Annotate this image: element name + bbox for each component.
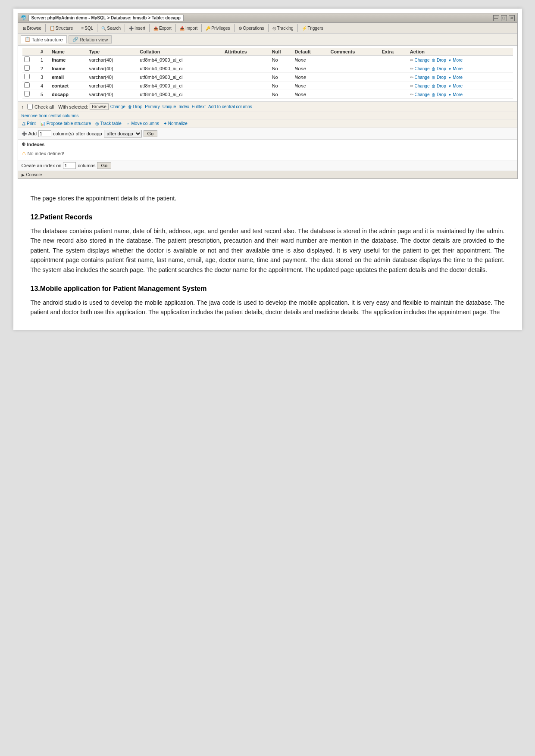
row-cb-0[interactable] xyxy=(24,56,30,62)
change-action-link[interactable]: Change xyxy=(110,104,125,109)
nav-export-button[interactable]: Export xyxy=(151,25,174,31)
row-change-link-0[interactable]: Change xyxy=(410,58,431,62)
nav-browse-button[interactable]: Browse xyxy=(21,25,44,31)
table-row: 2 lname varchar(40) utf8mb4_0900_ai_ci N… xyxy=(22,64,513,73)
row-attributes xyxy=(223,56,270,64)
add-central-link[interactable]: Add to central columns xyxy=(208,104,252,109)
col-collation: Collation xyxy=(138,48,222,56)
nav-divider-7 xyxy=(201,24,202,32)
row-change-link-1[interactable]: Change xyxy=(410,66,431,71)
pma-console: Console xyxy=(18,171,517,178)
check-all-checkbox[interactable] xyxy=(27,104,33,109)
normalize-link[interactable]: Normalize xyxy=(163,121,188,126)
row-comments xyxy=(329,73,380,81)
row-more-link-4[interactable]: More xyxy=(448,92,462,97)
drop-row-icon-0 xyxy=(432,58,435,62)
row-checkbox[interactable] xyxy=(22,56,39,64)
titlebar-tab[interactable]: Server: phpMyAdmin demo - MySQL > Databa… xyxy=(28,15,184,21)
nav-privileges-button[interactable]: Privileges xyxy=(203,25,232,31)
print-link[interactable]: Print xyxy=(22,121,36,126)
row-null: No xyxy=(270,56,293,64)
row-checkbox[interactable] xyxy=(22,90,39,99)
nav-sql-button[interactable]: SQL xyxy=(79,25,95,31)
row-drop-link-4[interactable]: Drop xyxy=(432,92,447,97)
table-structure-icon xyxy=(25,37,31,42)
nav-triggers-button[interactable]: Triggers xyxy=(300,25,325,31)
table-row: 3 email varchar(40) utf8mb4_0900_ai_ci N… xyxy=(22,73,513,81)
add-go-button[interactable]: Go xyxy=(144,130,158,137)
row-extra xyxy=(380,73,408,81)
row-checkbox[interactable] xyxy=(22,64,39,73)
row-type: varchar(40) xyxy=(87,56,138,64)
subtab-relation-view-label: Relation view xyxy=(80,37,108,42)
row-collation: utf8mb4_0900_ai_ci xyxy=(138,64,222,73)
row-change-link-3[interactable]: Change xyxy=(410,84,431,88)
row-attributes xyxy=(223,90,270,99)
row-more-link-3[interactable]: More xyxy=(448,84,462,88)
structure-table: # Name Type Collation Attributes Null De… xyxy=(22,48,513,99)
table-row: 1 fname varchar(40) utf8mb4_0900_ai_ci N… xyxy=(22,56,513,64)
col-comments: Comments xyxy=(329,48,380,56)
row-drop-link-1[interactable]: Drop xyxy=(432,66,447,71)
row-name: fname xyxy=(50,56,87,64)
row-more-link-2[interactable]: More xyxy=(448,75,462,80)
create-index-go-button[interactable]: Go xyxy=(97,162,111,169)
drop-action-link[interactable]: Drop xyxy=(128,104,142,109)
row-cb-1[interactable] xyxy=(24,65,30,71)
row-more-link-0[interactable]: More xyxy=(448,58,462,62)
row-drop-link-3[interactable]: Drop xyxy=(432,84,447,88)
row-name: email xyxy=(50,73,87,81)
close-button[interactable]: ✕ xyxy=(509,15,515,21)
nav-import-button[interactable]: Import xyxy=(178,25,200,31)
nav-operations-button[interactable]: Operations xyxy=(236,25,266,31)
relation-view-icon xyxy=(72,37,78,42)
row-cb-2[interactable] xyxy=(24,74,30,79)
row-drop-link-0[interactable]: Drop xyxy=(432,58,447,62)
move-columns-link[interactable]: Move columns xyxy=(126,121,159,126)
change-icon-2 xyxy=(410,75,413,80)
col-checkbox xyxy=(22,48,39,56)
subtab-relation-view[interactable]: Relation view xyxy=(69,35,112,44)
primary-action-link[interactable]: Primary xyxy=(145,104,160,109)
nav-insert-button[interactable]: Insert xyxy=(127,25,147,31)
remove-central-link[interactable]: Remove from central columns xyxy=(22,113,79,118)
row-null: No xyxy=(270,90,293,99)
row-attributes xyxy=(223,81,270,90)
nav-tracking-button[interactable]: Tracking xyxy=(270,25,296,31)
after-column-select[interactable]: after docapp xyxy=(104,130,142,137)
with-selected-browse-button[interactable]: Browse xyxy=(90,103,108,110)
row-actions: Change Drop More xyxy=(408,81,513,90)
pma-create-index: Create an index on columns Go xyxy=(18,160,517,171)
index-action-link[interactable]: Index xyxy=(178,104,189,109)
subtab-table-structure[interactable]: Table structure xyxy=(21,35,67,44)
nav-search-button[interactable]: Search xyxy=(99,25,123,31)
fulltext-action-link[interactable]: Fulltext xyxy=(192,104,206,109)
no-index-text: No index defined! xyxy=(28,151,65,156)
track-table-link[interactable]: Track table xyxy=(95,121,122,126)
unique-action-link[interactable]: Unique xyxy=(163,104,176,109)
row-type: varchar(40) xyxy=(87,81,138,90)
minimize-button[interactable]: — xyxy=(493,15,499,21)
change-icon-4 xyxy=(410,92,413,97)
row-default: None xyxy=(293,81,329,90)
nav-structure-button[interactable]: Structure xyxy=(47,25,75,31)
table-header-row: # Name Type Collation Attributes Null De… xyxy=(22,48,513,56)
row-cb-3[interactable] xyxy=(24,82,30,88)
row-type: varchar(40) xyxy=(87,90,138,99)
propose-link[interactable]: Propose table structure xyxy=(40,121,91,126)
row-cb-4[interactable] xyxy=(24,91,30,97)
row-drop-link-2[interactable]: Drop xyxy=(432,75,447,80)
maximize-button[interactable]: □ xyxy=(501,15,507,21)
row-name: lname xyxy=(50,64,87,73)
row-checkbox[interactable] xyxy=(22,81,39,90)
create-index-input[interactable] xyxy=(63,162,76,169)
col-attributes: Attributes xyxy=(223,48,270,56)
create-index-columns-label: columns xyxy=(78,163,95,168)
print-icon xyxy=(22,121,26,126)
row-checkbox[interactable] xyxy=(22,73,39,81)
indexes-icon xyxy=(22,141,25,147)
add-columns-input[interactable] xyxy=(38,130,51,137)
row-change-link-4[interactable]: Change xyxy=(410,92,431,97)
row-change-link-2[interactable]: Change xyxy=(410,75,431,80)
row-more-link-1[interactable]: More xyxy=(448,66,462,71)
